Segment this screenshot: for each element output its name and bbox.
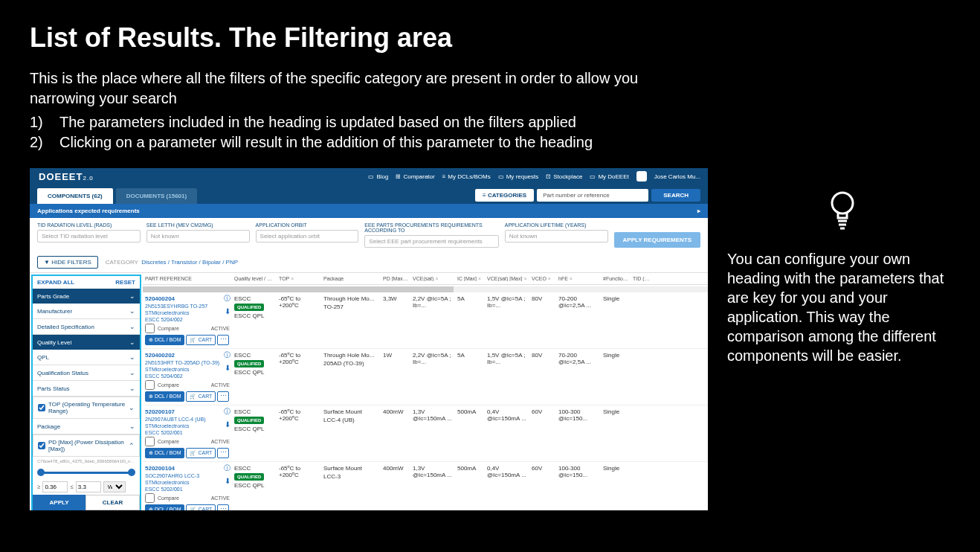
compare-checkbox[interactable]	[145, 493, 155, 503]
download-icon[interactable]: ⬇	[225, 307, 231, 315]
cart-button[interactable]: 🛒 CART	[186, 448, 216, 458]
part-number-link[interactable]: 520200104	[145, 465, 230, 472]
info-icon[interactable]: ⓘ	[224, 407, 231, 417]
filter-qualification-status[interactable]: Qualification Status⌄	[33, 365, 140, 381]
checkbox-top[interactable]	[38, 404, 45, 411]
manufacturer-link[interactable]: STMicroelectronics	[145, 423, 230, 429]
col-functions[interactable]: #Functions per ...	[601, 276, 631, 281]
lifetime-select[interactable]: Not known	[505, 230, 608, 243]
nav-comparator[interactable]: ⊞ Comparator	[396, 173, 434, 180]
col-pd[interactable]: PD [Max]×	[381, 276, 410, 281]
col-vce-sat[interactable]: VCE(sat)×	[410, 276, 455, 281]
info-icon[interactable]: ⓘ	[224, 294, 231, 304]
escc-link[interactable]: ESCC 5204/002	[145, 373, 230, 379]
part-number-link[interactable]: 520200107	[145, 408, 230, 415]
col-vce-sat-max[interactable]: VCE(sat) [Max]×	[485, 276, 529, 281]
reset-link[interactable]: RESET	[115, 279, 135, 286]
mpn-link[interactable]: SOC2907AHRG LCC-3	[145, 473, 230, 478]
tab-documents[interactable]: DOCUMENTS (15601)	[116, 188, 197, 204]
info-icon[interactable]: ⓘ	[224, 463, 231, 473]
compare-checkbox[interactable]	[145, 380, 155, 390]
nav-dcls[interactable]: ≡ My DCLs/BOMs	[442, 173, 491, 180]
col-tid[interactable]: TID (krad...	[631, 276, 653, 281]
more-button[interactable]: ⋯	[217, 335, 229, 345]
mpn-link[interactable]: 2N2907AUBT LCC-4 (UB)	[145, 417, 230, 422]
orbit-select[interactable]: Select application orbit	[256, 230, 359, 243]
range-slider[interactable]	[33, 466, 140, 479]
escc-link[interactable]: ESCC 5202/001	[145, 430, 230, 435]
compare-checkbox[interactable]	[145, 324, 155, 333]
cart-button[interactable]: 🛒 CART	[186, 504, 216, 510]
remove-col-icon[interactable]: ×	[523, 276, 526, 281]
expand-all-link[interactable]: EXPAND ALL	[37, 279, 74, 286]
info-icon[interactable]: ⓘ	[224, 350, 231, 360]
col-ic[interactable]: IC [Max]×	[455, 276, 485, 281]
part-number-link[interactable]: 520400204	[145, 295, 230, 302]
categories-button[interactable]: ≡ CATEGORIES	[475, 189, 534, 202]
nav-mydoeeet[interactable]: ▭ My DoEEEt	[590, 173, 628, 180]
filter-parts-status[interactable]: Parts Status⌄	[33, 381, 140, 397]
filter-manufacturer[interactable]: Manufacturer⌄	[33, 304, 140, 319]
dcl-bom-button[interactable]: ⊕ DCL / BOM	[145, 335, 184, 345]
more-button[interactable]: ⋯	[217, 448, 229, 458]
search-input[interactable]: Part number or reference	[537, 189, 648, 202]
download-icon[interactable]: ⬇	[225, 420, 231, 429]
download-icon[interactable]: ⬇	[225, 477, 231, 485]
remove-col-icon[interactable]: ×	[570, 276, 573, 281]
checkbox-pd[interactable]	[38, 442, 45, 449]
nav-requests[interactable]: ▭ My requests	[498, 173, 539, 180]
filter-detailed-spec[interactable]: Detailed Specification⌄	[33, 319, 140, 335]
download-icon[interactable]: ⬇	[225, 364, 231, 372]
letth-select[interactable]: Not known	[146, 230, 250, 243]
avatar[interactable]	[636, 171, 647, 182]
search-button[interactable]: SEARCH	[651, 189, 700, 202]
dcl-bom-button[interactable]: ⊕ DCL / BOM	[145, 391, 184, 402]
dcl-bom-button[interactable]: ⊕ DCL / BOM	[145, 504, 184, 510]
more-button[interactable]: ⋯	[217, 504, 229, 510]
requirements-header[interactable]: Applications expected requirements▸	[30, 204, 708, 218]
manufacturer-link[interactable]: STMicroelectronics	[145, 480, 230, 485]
remove-col-icon[interactable]: ×	[435, 276, 438, 281]
col-quality-level[interactable]: Quality level / QPL×	[232, 276, 277, 281]
horizontal-scrollbar[interactable]	[143, 286, 708, 292]
col-part-reference[interactable]: PART REFERENCE	[143, 276, 232, 281]
filter-package[interactable]: Package⌄	[33, 419, 140, 434]
apply-requirements-button[interactable]: APPLY REQUIREMENTS	[614, 232, 700, 248]
filter-operating-temp[interactable]: TOP (Operating Temperature Range)⌄	[33, 397, 140, 419]
filter-clear-button[interactable]: CLEAR	[86, 495, 140, 510]
col-vceo[interactable]: VCEO×	[529, 276, 556, 281]
logo[interactable]: DOEEET2.0	[30, 171, 94, 182]
filter-apply-button[interactable]: APPLY	[33, 495, 86, 510]
tab-components[interactable]: COMPONENTS (62)	[37, 188, 113, 204]
escc-link[interactable]: ESCC 5202/001	[145, 487, 230, 492]
remove-col-icon[interactable]: ×	[291, 276, 294, 281]
hide-filters-button[interactable]: ▼ HIDE FILTERS	[37, 256, 98, 269]
nav-blog[interactable]: ▭ Blog	[368, 173, 388, 180]
filter-group-parts-grade[interactable]: Parts Grade⌄	[33, 289, 140, 304]
range-unit-select[interactable]: W	[103, 481, 126, 492]
tid-select[interactable]: Select TID radiation level	[37, 230, 141, 243]
eee-select[interactable]: Select EEE part procurement requirements	[364, 235, 498, 248]
filter-qpl[interactable]: QPL⌄	[33, 350, 140, 365]
cart-button[interactable]: 🛒 CART	[186, 391, 216, 402]
part-number-link[interactable]: 520400202	[145, 352, 230, 359]
mpn-link[interactable]: 2N5153ESYHRBG TO-257	[145, 304, 230, 309]
range-min-input[interactable]	[42, 481, 68, 492]
range-max-input[interactable]	[76, 481, 101, 492]
col-package[interactable]: Package	[321, 276, 381, 281]
more-button[interactable]: ⋯	[217, 391, 229, 402]
cart-button[interactable]: 🛒 CART	[186, 335, 216, 345]
filter-group-quality-level[interactable]: Quality Level⌄	[33, 335, 140, 350]
slider-thumb-max[interactable]	[128, 469, 135, 476]
mpn-link[interactable]: 2N5153HRT TO-205AD (TO-39)	[145, 360, 230, 365]
user-name[interactable]: Jose Carlos Mu...	[654, 173, 700, 180]
col-hfe[interactable]: hFE×	[556, 276, 601, 281]
remove-col-icon[interactable]: ×	[478, 276, 481, 281]
slider-thumb-min[interactable]	[37, 469, 45, 476]
manufacturer-link[interactable]: STMicroelectronics	[145, 367, 230, 372]
nav-stockplace[interactable]: ⊡ Stockplace	[546, 173, 582, 180]
dcl-bom-button[interactable]: ⊕ DCL / BOM	[145, 448, 184, 458]
compare-checkbox[interactable]	[145, 437, 155, 446]
escc-link[interactable]: ESCC 5204/002	[145, 317, 230, 322]
col-top[interactable]: TOP×	[277, 276, 321, 281]
